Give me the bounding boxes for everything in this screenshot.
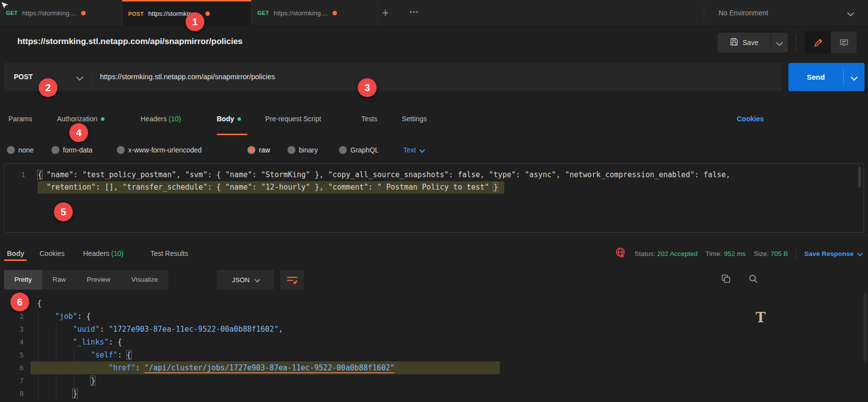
response-view-switcher: Pretty Raw Preview Visualize (4, 270, 168, 290)
unsaved-dot-icon (205, 11, 210, 16)
save-label: Save (743, 39, 759, 47)
status-value: 202 Accepted (657, 250, 698, 257)
annotation-badge-2: 2 (39, 78, 57, 97)
response-tab-headers[interactable]: Headers (10) (83, 246, 124, 261)
radio-binary[interactable]: binary (288, 141, 318, 159)
postman-app: GET https://stormking.... POST https://s… (0, 0, 868, 402)
divider (704, 4, 704, 22)
time-label: Time: (706, 250, 722, 257)
request-url-input[interactable]: https://stormking.stl.netapp.com/api/sna… (100, 63, 275, 91)
radio-icon (117, 146, 125, 154)
href-link[interactable]: "/api/cluster/jobs/1727e903-87ea-11ec-95… (145, 363, 395, 373)
response-tab-cookies[interactable]: Cookies (40, 246, 65, 261)
tab-pre-request-script[interactable]: Pre-request Script (265, 108, 321, 130)
radio-graphql[interactable]: GraphQL (339, 141, 379, 159)
annotation-badge-4: 4 (69, 123, 88, 142)
response-body-viewer[interactable]: 1 { 2 "job": { 3 "uuid": "1727e903-87ea-… (0, 292, 868, 402)
tab-headers[interactable]: Headers (10) (141, 108, 181, 130)
request-tab-bar: GET https://stormking.... POST https://s… (0, 0, 868, 26)
wrap-lines-icon (287, 275, 298, 285)
chevron-down-icon[interactable] (76, 74, 83, 81)
tab-tests[interactable]: Tests (361, 108, 378, 130)
response-line: 6 "href": "/api/cluster/jobs/1727e903-87… (0, 361, 792, 374)
floppy-disk-icon (730, 38, 738, 48)
send-options-button[interactable] (844, 63, 865, 91)
chevron-down-icon (857, 251, 863, 256)
chevron-down-icon[interactable] (847, 9, 854, 16)
radio-icon (51, 146, 59, 154)
divider (796, 248, 796, 259)
body-language-selector[interactable]: Text (403, 141, 424, 159)
editor-line-number: 1 (4, 169, 25, 181)
tab-method-badge: POST (128, 11, 144, 17)
request-tab-get-2[interactable]: GET https://stormking.... (251, 0, 378, 26)
radio-selected-icon (247, 146, 255, 154)
response-line: 2 "job": { (0, 310, 792, 323)
comments-button[interactable] (831, 32, 857, 53)
radio-none[interactable]: none (7, 141, 34, 159)
request-body-line-1: { "name": "test_policy_postman", "svm": … (38, 169, 730, 181)
comment-icon (839, 38, 849, 48)
tab-title: https://stormking.... (22, 9, 77, 17)
new-tab-button[interactable]: + (382, 6, 388, 20)
view-tab-raw[interactable]: Raw (42, 270, 76, 290)
active-tab-underline (217, 134, 247, 135)
method-selector[interactable]: POST (14, 63, 33, 91)
text-tool-artifact: T (756, 310, 766, 325)
request-tab-get-1[interactable]: GET https://stormking.... (0, 0, 122, 26)
unsaved-dot-icon (81, 11, 86, 15)
size-label: Size: (754, 250, 769, 257)
send-button-group: Send (788, 63, 865, 91)
chevron-down-icon (419, 147, 425, 152)
more-tabs-button[interactable]: ••• (410, 9, 419, 16)
tab-settings[interactable]: Settings (402, 108, 427, 130)
wrap-lines-button[interactable] (280, 270, 304, 290)
radio-raw-selected[interactable]: raw (247, 141, 270, 159)
mouse-cursor-icon (1, 1, 9, 11)
edit-comment-toggle-group (805, 32, 857, 53)
radio-x-www-form-urlencoded[interactable]: x-www-form-urlencoded (117, 141, 202, 159)
response-line: 5 "self": { (0, 349, 792, 361)
size-value: 705 B (771, 250, 788, 257)
response-tab-test-results[interactable]: Test Results (150, 246, 188, 261)
network-error-globe-icon[interactable] (614, 247, 627, 260)
response-format-selector[interactable]: JSON (217, 270, 274, 290)
radio-icon (7, 146, 15, 154)
send-button[interactable]: Send (788, 63, 843, 91)
request-body-line-2: "retention": [], "transfer_schedule": { … (38, 181, 498, 194)
editor-scrollbar[interactable] (858, 167, 861, 188)
save-button[interactable]: Save (718, 33, 788, 52)
tab-method-badge: GET (257, 10, 269, 16)
view-tab-visualize[interactable]: Visualize (121, 270, 168, 290)
copy-response-button[interactable] (721, 273, 731, 284)
response-scrollbar[interactable] (864, 293, 867, 362)
radio-icon (339, 146, 347, 154)
search-response-button[interactable] (748, 273, 759, 284)
view-tab-preview[interactable]: Preview (76, 270, 121, 290)
annotation-badge-6: 6 (10, 293, 29, 311)
status-dot-icon (238, 117, 241, 121)
edit-mode-button[interactable] (805, 32, 831, 53)
environment-selector[interactable]: No Environment (719, 0, 768, 26)
cookies-link[interactable]: Cookies (737, 108, 764, 130)
response-line: 3 "uuid": "1727e903-87ea-11ec-9522-00a0b… (0, 323, 792, 336)
pencil-icon (814, 38, 823, 48)
search-icon (748, 274, 758, 284)
headers-count-badge: (10) (169, 115, 181, 123)
response-line: 1 { (0, 297, 792, 310)
status-label: Status: (634, 250, 655, 257)
view-tab-pretty[interactable]: Pretty (4, 270, 42, 290)
radio-icon (288, 146, 295, 154)
active-tab-underline (4, 259, 27, 261)
format-label: JSON (232, 276, 249, 284)
tab-body[interactable]: Body (217, 108, 241, 130)
radio-form-data[interactable]: form-data (51, 141, 93, 159)
save-response-button[interactable]: Save Response (804, 250, 862, 257)
request-body-editor[interactable]: 1 { "name": "test_policy_postman", "svm"… (4, 163, 864, 233)
tab-params[interactable]: Params (8, 108, 32, 130)
time-value: 952 ms (724, 250, 746, 257)
save-options-button[interactable] (771, 33, 788, 52)
headers-count-badge: (10) (111, 250, 124, 257)
request-title: https://stormking.stl.netapp.com/api/sna… (17, 37, 242, 47)
response-line: 4 "_links": { (0, 336, 792, 349)
